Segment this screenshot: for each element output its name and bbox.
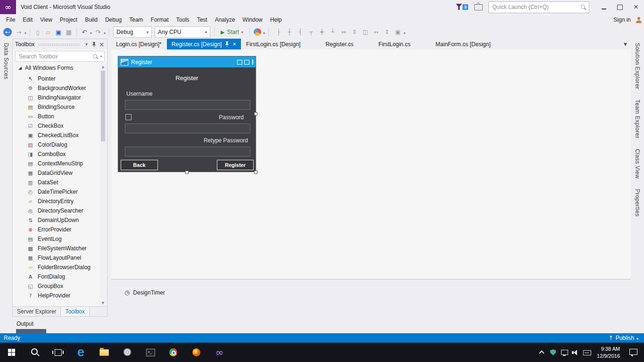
drag-grip[interactable] [38,43,80,46]
toolbox-search-input[interactable] [18,53,91,60]
toolbox-item[interactable]: ▱ FolderBrowserDialog [13,263,99,272]
start-icon[interactable] [0,343,23,362]
open-file-icon[interactable]: ▱ [43,27,53,37]
back-button[interactable]: Back [121,160,158,170]
toolbox-item[interactable]: ▤ BindingSource [13,102,99,112]
redo-caret[interactable]: ▾ [104,29,106,35]
scrollbar-thumb[interactable] [101,71,105,141]
side-panel-tab[interactable]: Team Explorer [634,99,641,139]
toolbox-item[interactable]: ↖ Pointer [13,74,99,83]
align-bottoms-icon[interactable]: ┴ [328,27,338,37]
document-tab[interactable]: FirstLogin.cs × [374,39,415,49]
side-panel-tab[interactable]: Solution Explorer [634,43,641,89]
close-toolbox-icon[interactable]: × [99,41,105,48]
toolbox-group-header[interactable]: ◢ All Windows Forms [13,63,107,73]
menu-item[interactable]: Analyze [211,15,239,25]
window-position-icon[interactable]: ▾ [83,42,90,47]
resize-handle-right[interactable] [254,112,257,115]
menu-item[interactable]: File [2,15,19,25]
resize-handle-bottom[interactable] [185,171,189,174]
toolbox-item[interactable]: ◱ GroupBox [13,281,99,291]
password-input[interactable] [125,123,250,133]
side-panel-tab[interactable]: Class View [634,149,641,179]
search-icon[interactable] [23,343,46,362]
feedback-icon[interactable] [474,4,483,10]
align-tops-icon[interactable]: ┬ [306,27,316,37]
network-icon[interactable] [559,343,570,362]
edge-icon[interactable] [69,343,92,362]
align-centers-icon[interactable]: ┼ [285,27,294,37]
command-prompt-icon[interactable] [139,343,162,362]
align-lefts-icon[interactable]: ├ [274,27,283,37]
sign-in-link[interactable]: Sign in [613,16,631,23]
pin-icon[interactable] [225,41,229,47]
username-input[interactable] [125,100,250,110]
toolbox-scrollbar[interactable]: ▲ ▼ [99,64,107,306]
make-same-width-icon[interactable]: ⇔ [339,27,348,37]
toolbox-item[interactable]: ⚙ BackgroundWorker [13,83,99,93]
horizontal-spacing-icon[interactable]: ↔ [372,27,381,37]
register-button[interactable]: Register [217,160,254,170]
navigate-forward-icon[interactable]: → [14,27,24,37]
save-icon[interactable]: ▣ [54,27,63,37]
align-middles-icon[interactable]: ╪ [317,27,327,37]
extension-caret[interactable]: ▾ [263,29,265,35]
design-timer-component[interactable]: ◷ DesignTimer [111,280,631,296]
document-tab[interactable]: Login.cs [Design]* × [111,39,166,49]
menu-item[interactable]: Debug [101,15,125,25]
make-same-height-icon[interactable]: ⇕ [350,27,359,37]
menu-item[interactable]: Edit [19,15,36,25]
keyboard-icon[interactable] [581,343,593,362]
document-tab[interactable]: MainForm.cs [Design] × [431,39,495,49]
align-rights-icon[interactable]: ┤ [296,27,305,37]
menu-item[interactable]: Help [266,15,286,25]
menu-item[interactable]: Format [147,15,173,25]
side-panel-tab[interactable]: Properties [634,189,641,217]
menu-item[interactable]: Build [81,15,101,25]
volume-icon[interactable] [570,343,581,362]
toolbox-item[interactable]: ? HelpProvider [13,291,99,300]
redo-icon[interactable]: ↷ [93,27,103,37]
chrome-icon[interactable] [162,343,185,362]
make-same-size-icon[interactable]: ◫ [361,27,370,37]
toolbox-search-box[interactable]: ▾ [15,51,105,62]
notifications-icon[interactable]: 3 [455,2,469,12]
vertical-spacing-icon[interactable]: ↕ [382,27,392,37]
output-tab[interactable]: Output [17,321,33,327]
toolbox-item[interactable]: ▱ DirectoryEntry [13,197,99,206]
menu-item[interactable]: Team [125,15,147,25]
document-tab[interactable]: Register.cs [Design] × [167,39,241,49]
task-view-icon[interactable] [46,343,69,362]
document-tab[interactable]: FirstLogin.cs [Design] × [241,39,305,49]
visual-studio-icon[interactable] [208,343,231,362]
design-surface[interactable]: Register Register Username Password Rety… [111,49,631,280]
taskbar-clock[interactable]: 9:38 AM 12/9/2016 [593,346,624,360]
quick-launch-input[interactable] [491,3,580,11]
publish-button[interactable]: ↑ Publish ▴ [603,335,644,341]
toolbox-item[interactable]: ▤ EventLog [13,234,99,244]
chevron-up-icon[interactable] [536,343,547,362]
new-file-icon[interactable]: ▯ [33,27,42,37]
toolbox-item[interactable]: ☑ CheckBox [13,121,99,131]
toolbox-item[interactable]: ▧ ColorDialog [13,140,99,149]
toolbox-item[interactable]: ◎ DirectorySearcher [13,206,99,215]
toolbox-item[interactable]: ◫ BindingNavigator [13,93,99,102]
tool-window-tab[interactable]: Server Explorer [13,307,60,316]
tab-list-overflow-icon[interactable]: ▼ [624,42,631,47]
menu-item[interactable]: Project [56,15,81,25]
bring-to-front-icon[interactable]: ▣ [393,27,403,37]
toolbox-item[interactable]: ▥ DataSet [13,178,99,187]
close-button[interactable]: × [628,0,644,14]
toolbox-item[interactable]: ◨ ComboBox [13,149,99,159]
toolbox-item[interactable]: ⇅ DomainUpDown [13,215,99,225]
maximize-button[interactable] [612,0,628,14]
toolbox-item[interactable]: ◴ DateTimePicker [13,187,99,197]
scroll-down-icon[interactable]: ▼ [99,301,107,305]
scroll-up-icon[interactable]: ▲ [99,65,107,69]
toolbar-overflow-icon[interactable]: ▾ [404,29,406,35]
user-avatar-icon[interactable] [635,16,642,24]
start-debugging-button[interactable]: ▶ Start ▾ [217,29,247,35]
undo-caret[interactable]: ▾ [90,29,92,35]
toolbox-item[interactable]: ⊗ ErrorProvider [13,225,99,234]
quick-launch-box[interactable] [488,1,589,13]
